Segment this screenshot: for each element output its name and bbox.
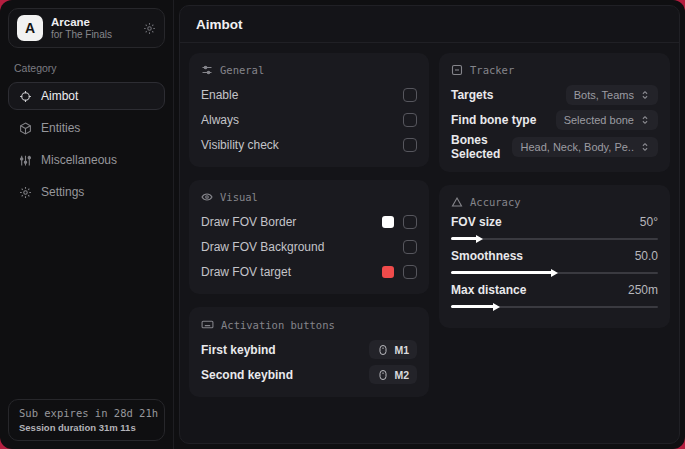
gear-icon [19, 186, 32, 199]
panel-body: General Enable Always Visibility check [180, 43, 679, 407]
setting-label: Always [201, 113, 239, 127]
find-bone-type-select-value: Selected bone [564, 114, 634, 126]
header-gear-icon[interactable] [143, 22, 156, 35]
general-header: General [201, 64, 417, 76]
second-keybind-button[interactable]: M2 [369, 365, 417, 384]
setting-row: Visibility check [201, 133, 417, 156]
sidebar-item-settings[interactable]: Settings [8, 178, 165, 206]
subscription-expiry: Sub expires in 28d 21h [19, 407, 154, 419]
unfold-icon [640, 142, 650, 152]
triangle-icon [451, 196, 463, 208]
activation-card: Activation buttons First keybind M1 [189, 307, 429, 397]
slider-label: Smoothness [451, 249, 523, 263]
main-area: Aimbot [174, 0, 685, 449]
tune-icon [201, 64, 213, 76]
app-subtitle: for The Finals [51, 29, 112, 40]
left-column: General Enable Always Visibility check [189, 53, 429, 397]
cube-icon [19, 122, 32, 135]
mouse-icon [377, 344, 389, 356]
slider-fill [451, 237, 480, 240]
eye-icon [201, 191, 213, 203]
draw-fov-target-checkbox[interactable] [403, 265, 417, 279]
setting-label: Draw FOV Border [201, 215, 296, 229]
slider-label: Max distance [451, 283, 526, 297]
keybind-label: First keybind [201, 343, 276, 357]
max-distance-slider[interactable] [451, 302, 658, 311]
app-name: Arcane [51, 16, 112, 28]
tracker-header-label: Tracker [470, 64, 514, 76]
visibility-check-checkbox[interactable] [403, 138, 417, 152]
setting-row: Draw FOV Border [201, 210, 417, 233]
keybind-row: First keybind M1 [201, 338, 417, 361]
tracker-card: Tracker Targets Bots, Teams [439, 53, 670, 172]
bones-selected-select[interactable]: Head, Neck, Body, Pe.. [512, 137, 658, 157]
sidebar-item-label: Aimbot [41, 89, 78, 103]
draw-fov-background-checkbox[interactable] [403, 240, 417, 254]
sliders-icon [19, 154, 32, 167]
slider-head: FOV size 50° [451, 215, 658, 229]
setting-label: Draw FOV Background [201, 240, 324, 254]
app-logo: A [17, 15, 43, 41]
setting-row: Draw FOV Background [201, 235, 417, 258]
row-controls [382, 265, 417, 279]
slider-head: Smoothness 50.0 [451, 249, 658, 263]
fov-border-color-swatch[interactable] [382, 216, 394, 228]
slider-thumb[interactable] [551, 269, 558, 277]
app-meta: Arcane for The Finals [51, 16, 112, 40]
sidebar: A Arcane for The Finals Category Aimbot [0, 0, 174, 449]
slider-row: FOV size 50° [451, 215, 658, 243]
select-row: Bones Selected Head, Neck, Body, Pe.. [451, 133, 658, 161]
first-keybind-button[interactable]: M1 [369, 340, 417, 359]
activation-header: Activation buttons [201, 318, 417, 331]
visual-card: Visual Draw FOV Border Draw FOV Backgrou… [189, 180, 429, 294]
row-controls [382, 215, 417, 229]
setting-row: Enable [201, 83, 417, 106]
accuracy-card: Accuracy FOV size 50° [439, 185, 670, 328]
sidebar-item-label: Miscellaneous [41, 153, 117, 167]
targets-select[interactable]: Bots, Teams [566, 85, 658, 105]
category-label: Category [14, 62, 159, 74]
always-checkbox[interactable] [403, 113, 417, 127]
crosshair-icon [19, 90, 32, 103]
subscription-card: Sub expires in 28d 21h Session duration … [8, 399, 165, 441]
session-duration: Session duration 31m 11s [19, 422, 154, 433]
visual-header: Visual [201, 191, 417, 203]
row-controls [403, 240, 417, 254]
select-row: Find bone type Selected bone [451, 108, 658, 131]
keybind-value: M1 [394, 344, 409, 356]
mouse-icon [377, 369, 389, 381]
setting-label: Visibility check [201, 138, 279, 152]
tracker-header: Tracker [451, 64, 658, 76]
keybind-value: M2 [394, 369, 409, 381]
activation-header-label: Activation buttons [221, 319, 335, 331]
tracker-box-icon [451, 64, 463, 76]
slider-row: Smoothness 50.0 [451, 249, 658, 277]
sidebar-item-miscellaneous[interactable]: Miscellaneous [8, 146, 165, 174]
keybind-label: Second keybind [201, 368, 293, 382]
find-bone-type-select[interactable]: Selected bone [556, 110, 658, 130]
keybind-row: Second keybind M2 [201, 363, 417, 386]
accuracy-header: Accuracy [451, 196, 658, 208]
draw-fov-border-checkbox[interactable] [403, 215, 417, 229]
unfold-icon [640, 115, 650, 125]
keyboard-icon [201, 318, 214, 331]
enable-checkbox[interactable] [403, 88, 417, 102]
accuracy-header-label: Accuracy [470, 196, 521, 208]
unfold-icon [640, 90, 650, 100]
general-header-label: General [220, 64, 264, 76]
right-column: Tracker Targets Bots, Teams [439, 53, 670, 328]
sidebar-item-entities[interactable]: Entities [8, 114, 165, 142]
fov-size-slider[interactable] [451, 234, 658, 243]
slider-thumb[interactable] [493, 303, 500, 311]
slider-fill [451, 271, 555, 274]
general-card: General Enable Always Visibility check [189, 53, 429, 167]
sidebar-item-aimbot[interactable]: Aimbot [8, 82, 165, 110]
slider-value: 250m [628, 283, 658, 297]
smoothness-slider[interactable] [451, 268, 658, 277]
sidebar-item-label: Entities [41, 121, 80, 135]
fov-target-color-swatch[interactable] [382, 266, 394, 278]
page-title: Aimbot [180, 6, 679, 43]
slider-value: 50.0 [635, 249, 658, 263]
visual-header-label: Visual [220, 191, 258, 203]
slider-thumb[interactable] [476, 235, 483, 243]
